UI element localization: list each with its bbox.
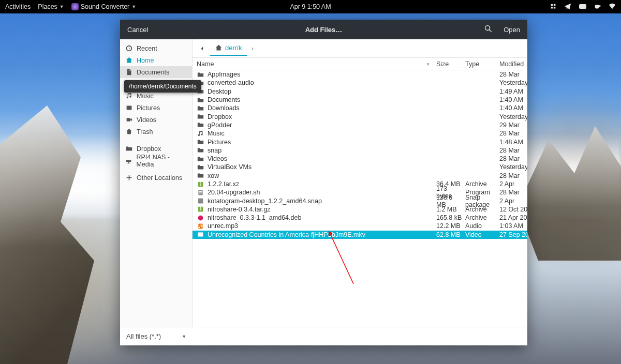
- file-name: kotatogram-desktop_1.2.2_amd64.snap: [208, 198, 322, 205]
- file-row[interactable]: Videos28 Mar: [193, 155, 527, 163]
- file-modified: 29 Mar: [496, 122, 527, 129]
- home-icon: [215, 44, 222, 51]
- search-icon[interactable]: [484, 25, 492, 34]
- video-icon: [197, 231, 204, 238]
- folder-icon: [197, 104, 204, 112]
- clock[interactable]: Apr 9 1:50 AM: [290, 3, 331, 10]
- file-modified: 1:03 AM: [496, 222, 527, 230]
- column-size[interactable]: Size: [433, 60, 462, 68]
- chevron-down-icon: ▼: [182, 334, 186, 339]
- file-name: unrec.mp3: [208, 222, 238, 230]
- column-modified[interactable]: Modified: [496, 60, 527, 68]
- file-list[interactable]: AppImages28 Marconverted-audioYesterdayD…: [193, 70, 527, 327]
- folder-icon: [197, 71, 204, 78]
- file-modified: 21 Apr 2019: [496, 214, 527, 221]
- file-size: 165.8 kB: [433, 214, 462, 221]
- file-row[interactable]: VirtualBox VMsYesterday: [193, 163, 527, 171]
- file-modified: 28 Mar: [496, 172, 527, 179]
- file-row[interactable]: Documents1:40 AM: [193, 96, 527, 104]
- open-button[interactable]: Open: [504, 26, 520, 34]
- breadcrumb-home[interactable]: derrik: [210, 41, 247, 56]
- activities-button[interactable]: Activities: [5, 3, 31, 10]
- file-row[interactable]: 1.2.2.tar.xz36.4 MBArchive2 Apr: [193, 180, 527, 188]
- audio-icon: [197, 222, 204, 230]
- nav-back-button[interactable]: [197, 42, 208, 55]
- file-row[interactable]: AppImages28 Mar: [193, 70, 527, 79]
- file-name: Desktop: [208, 88, 231, 95]
- dialog-header: Cancel Add Files… Open: [120, 20, 527, 39]
- file-type: Audio: [462, 222, 496, 230]
- file-size: 62.8 MB: [433, 231, 462, 238]
- trash-icon: [125, 128, 132, 135]
- dialog-title: Add Files…: [305, 26, 343, 34]
- sidebar-item-videos[interactable]: Videos: [120, 114, 192, 126]
- file-row[interactable]: Unrecognized Countries in America-fjHHP2…: [193, 231, 527, 239]
- file-row[interactable]: nitroshare_0.3.3-1.1_amd64.deb165.8 kBAr…: [193, 214, 527, 222]
- tray-icon-caffeine[interactable]: [594, 3, 601, 11]
- file-row[interactable]: unrec.mp312.2 MBAudio1:03 AM: [193, 222, 527, 230]
- file-row[interactable]: Music28 Mar: [193, 129, 527, 138]
- file-type: Archive: [462, 214, 496, 221]
- pictures-icon: [125, 104, 132, 111]
- sidebar-item-pictures[interactable]: Pictures: [120, 102, 192, 114]
- file-row[interactable]: Downloads1:40 AM: [193, 104, 527, 112]
- file-row[interactable]: Desktop1:49 AM: [193, 87, 527, 96]
- network-drive-icon: [125, 157, 132, 164]
- column-type[interactable]: Type: [462, 60, 496, 68]
- file-modified: 1:49 AM: [496, 88, 527, 95]
- file-modified: Yesterday: [496, 163, 527, 171]
- tray-icon-discord[interactable]: [579, 3, 587, 11]
- file-name: snap: [208, 147, 221, 154]
- file-name: Pictures: [208, 139, 231, 146]
- clock-icon: [125, 45, 132, 52]
- file-modified: 1:40 AM: [496, 104, 527, 112]
- file-modified: 28 Mar: [496, 189, 527, 196]
- file-filter-dropdown[interactable]: All files (*.*)▼: [126, 332, 186, 340]
- folder-icon: [197, 163, 204, 171]
- sidebar-item-trash[interactable]: Trash: [120, 126, 192, 138]
- file-name: VirtualBox VMs: [208, 163, 252, 171]
- file-row[interactable]: Pictures1:48 AM: [193, 138, 527, 146]
- file-type: Video: [462, 231, 496, 238]
- app-menu[interactable]: Sound Converter▼: [71, 3, 136, 10]
- file-modified: 27 Sep 2019: [496, 231, 527, 238]
- deb-icon: [197, 214, 204, 221]
- file-row[interactable]: nitroshare-0.3.4.tar.gz1.2 MBArchive12 O…: [193, 205, 527, 214]
- file-name: Videos: [208, 155, 227, 162]
- file-modified: 2 Apr: [496, 180, 527, 188]
- cancel-button[interactable]: Cancel: [127, 26, 148, 34]
- file-row[interactable]: converted-audioYesterday: [193, 79, 527, 87]
- plus-icon: [125, 174, 132, 181]
- file-name: gPodder: [208, 122, 232, 129]
- chevron-right-icon: ›: [249, 44, 256, 52]
- sidebar-item-home[interactable]: Home: [120, 54, 192, 66]
- places-menu[interactable]: Places▼: [38, 3, 64, 10]
- file-type: Archive: [462, 180, 496, 188]
- tray-icon-telegram[interactable]: [564, 3, 571, 11]
- folder-icon: [197, 139, 204, 146]
- file-row[interactable]: xow28 Mar: [193, 172, 527, 180]
- file-row[interactable]: kotatogram-desktop_1.2.2_amd64.snap138.6…: [193, 196, 527, 205]
- sidebar-item-other-locations[interactable]: Other Locations: [120, 172, 192, 184]
- sidebar-item-recent[interactable]: Recent: [120, 42, 192, 54]
- tray-icon-1[interactable]: [550, 3, 557, 11]
- folder-icon: [197, 172, 204, 179]
- file-name: 20.04-upgrader.sh: [208, 189, 260, 196]
- file-name: Unrecognized Countries in America-fjHHP2…: [208, 231, 365, 238]
- file-row[interactable]: snap28 Mar: [193, 146, 527, 155]
- folder-icon: [197, 122, 204, 129]
- sidebar-item-rpi-nas[interactable]: RPI4 NAS - Media: [120, 155, 192, 166]
- file-name: AppImages: [208, 71, 240, 78]
- script-icon: [197, 189, 204, 196]
- sidebar-item-documents[interactable]: Documents: [120, 66, 192, 78]
- column-name[interactable]: Name▾: [193, 60, 433, 68]
- file-modified: 1:48 AM: [496, 139, 527, 146]
- tray-icon-network[interactable]: [609, 3, 616, 11]
- file-list-panel: derrik › Name▾ Size Type Modified AppIma…: [193, 39, 527, 327]
- music-icon: [125, 93, 132, 99]
- document-icon: [125, 69, 132, 75]
- file-row[interactable]: DropboxYesterday: [193, 112, 527, 120]
- archive-icon: [197, 180, 204, 188]
- file-name: Dropbox: [208, 113, 232, 120]
- file-row[interactable]: gPodder29 Mar: [193, 121, 527, 129]
